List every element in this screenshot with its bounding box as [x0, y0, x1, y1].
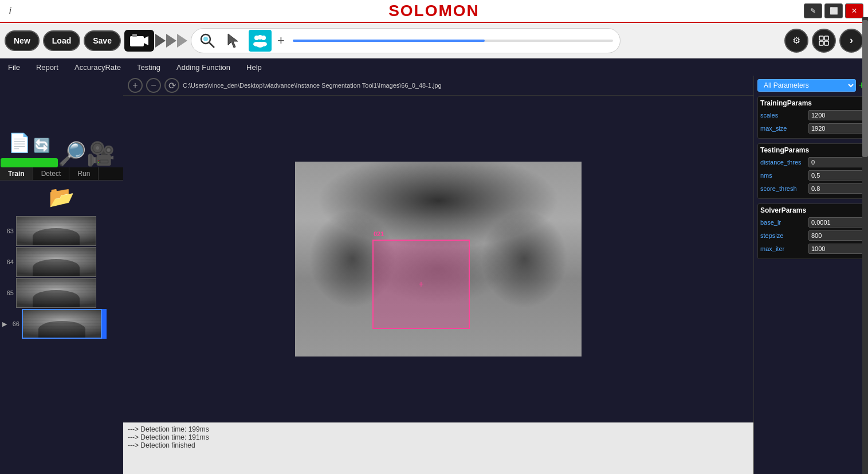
zoom-in-button[interactable]: + [128, 78, 143, 93]
param-row: base_lr [760, 217, 862, 228]
param-row: distance_thres [760, 156, 862, 168]
tab-run[interactable]: Run [69, 167, 99, 180]
tab-detect[interactable]: Detect [33, 167, 70, 180]
report-icon-item: 📄 🔄 [1, 132, 58, 167]
toolbar: New Load Save [0, 23, 868, 58]
param-scales-input[interactable] [808, 110, 868, 120]
svg-marker-6 [228, 34, 238, 48]
arrows-group [155, 34, 187, 48]
svg-point-9 [258, 35, 262, 40]
filepath-label: C:\Users\vince_den\Desktop\wiadvance\Ins… [183, 82, 749, 89]
zoom-bar: + − ⟳ C:\Users\vince_den\Desktop\wiadvan… [123, 76, 753, 96]
param-maxiter-input[interactable] [808, 244, 868, 254]
maximize-button[interactable]: ⬜ [824, 3, 843, 18]
search-tool-icon[interactable] [196, 30, 219, 52]
svg-point-5 [203, 37, 208, 41]
param-stepsize-input[interactable] [808, 230, 868, 241]
new-button[interactable]: New [5, 30, 40, 51]
training-params-title: TrainingParams [760, 99, 862, 107]
menu-report[interactable]: Report [35, 61, 60, 74]
window-controls: ✎ ⬜ ✕ [804, 3, 863, 18]
testing-params-section: TestingParams distance_thres nms score_t… [757, 143, 865, 199]
load-button[interactable]: Load [43, 30, 80, 51]
image-list[interactable]: 63 64 65 ▶ 66 [0, 214, 123, 474]
app-title: SOLOMON [388, 2, 480, 20]
list-item[interactable]: 65 [2, 278, 121, 308]
arrow-indicator: ▶ [2, 320, 8, 328]
center-area: + − ⟳ C:\Users\vince_den\Desktop\wiadvan… [123, 76, 753, 474]
menu-accuracyrate[interactable]: AccuracyRate [73, 61, 122, 74]
param-scorethresh-label: score_thresh [760, 185, 806, 192]
save-button[interactable]: Save [84, 30, 121, 51]
right-panel: All Parameters + TrainingParams scales m… [753, 76, 868, 474]
settings-button[interactable]: ⚙ [784, 29, 808, 53]
info-icon: i [9, 6, 11, 16]
folder-icon[interactable]: 📂 [49, 185, 74, 209]
param-baselr-label: base_lr [760, 219, 806, 226]
param-maxsize-input[interactable] [808, 123, 868, 134]
progress-bar-2 [1, 158, 58, 167]
right-scrollbar[interactable] [862, 76, 868, 474]
list-item[interactable]: 63 [2, 216, 121, 246]
minimize-button[interactable]: ✎ [804, 3, 822, 18]
menu-help[interactable]: Help [245, 61, 263, 74]
image-thumbnail[interactable] [16, 247, 96, 277]
list-item[interactable]: ▶ 66 [2, 309, 121, 339]
tab-train[interactable]: Train [0, 167, 33, 180]
add-tool-button[interactable]: + [275, 33, 287, 48]
image-number: 66 [8, 320, 22, 327]
titlebar: i SOLOMON ✎ ⬜ ✕ [0, 0, 868, 23]
param-row: scales [760, 109, 862, 121]
param-row: score_thresh [760, 183, 862, 194]
log-line: ---> Detection time: 199ms [128, 425, 749, 433]
param-maxiter-label: max_iter [760, 245, 806, 252]
next-button[interactable]: › [839, 29, 863, 53]
detection-box: 021 + [372, 240, 470, 329]
image-thumbnail[interactable] [16, 278, 96, 308]
toolbar-right: ⚙ › [784, 29, 863, 53]
menu-addingfunction[interactable]: Adding Function [175, 61, 231, 74]
svg-rect-15 [819, 41, 823, 45]
cursor-tool-icon[interactable] [222, 30, 245, 52]
list-item[interactable]: 64 [2, 247, 121, 277]
testing-params-title: TestingParams [760, 146, 862, 154]
menu-file[interactable]: File [7, 61, 21, 74]
image-canvas: 021 + [123, 96, 753, 422]
svg-marker-1 [144, 36, 148, 45]
icon-row: 📋 🎯 🧠 📈 📄 🔄 [0, 76, 123, 167]
main-image: 021 + [295, 162, 582, 357]
refresh-button[interactable]: ⟳ [164, 78, 179, 93]
training-params-section: TrainingParams scales max_size [757, 96, 865, 139]
selection-bar [102, 309, 107, 339]
image-number: 64 [2, 258, 16, 265]
param-row: max_iter [760, 243, 862, 254]
close-button[interactable]: ✕ [845, 3, 863, 18]
group-tool-icon[interactable] [249, 30, 272, 52]
image-number: 65 [2, 289, 16, 296]
image-thumbnail[interactable] [16, 216, 96, 246]
svg-point-12 [256, 42, 264, 48]
folder-area: 📂 [0, 181, 123, 214]
param-distthres-input[interactable] [808, 157, 868, 167]
menubar: File Report AccuracyRate Testing Adding … [0, 58, 868, 76]
detection-crosshair: + [418, 279, 423, 289]
param-row: stepsize [760, 230, 862, 241]
menu-testing[interactable]: Testing [136, 61, 162, 74]
svg-rect-0 [130, 36, 144, 46]
param-scorethresh-input[interactable] [808, 183, 868, 194]
param-baselr-input[interactable] [808, 217, 868, 228]
param-distthres-label: distance_thres [760, 159, 806, 166]
main-area: 📋 🎯 🧠 📈 📄 🔄 [0, 76, 868, 474]
left-panel: 📋 🎯 🧠 📈 📄 🔄 [0, 76, 123, 474]
log-area: ---> Detection time: 199ms ---> Detectio… [123, 422, 753, 474]
layout-button[interactable] [812, 29, 836, 53]
svg-line-4 [209, 42, 214, 48]
refresh-icon: 🔄 [33, 138, 50, 154]
camera-icon[interactable] [124, 30, 154, 52]
camera-3d-icon-item: 🎥 [87, 140, 115, 167]
params-dropdown[interactable]: All Parameters [757, 79, 856, 92]
param-maxsize-label: max_size [760, 125, 806, 132]
zoom-out-button[interactable]: − [146, 78, 161, 93]
image-thumbnail-selected[interactable] [22, 309, 102, 339]
param-nms-input[interactable] [808, 170, 868, 181]
